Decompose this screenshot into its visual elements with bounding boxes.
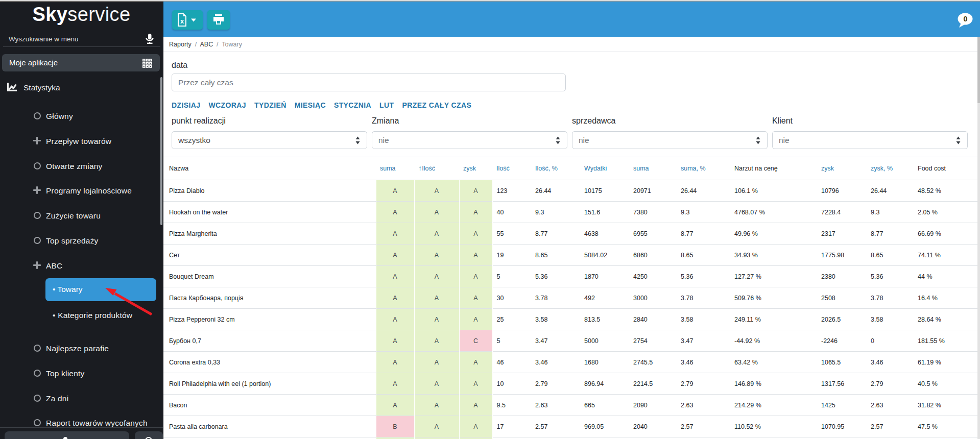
svg-text:0: 0: [964, 15, 968, 23]
svg-text:x: x: [180, 17, 184, 25]
